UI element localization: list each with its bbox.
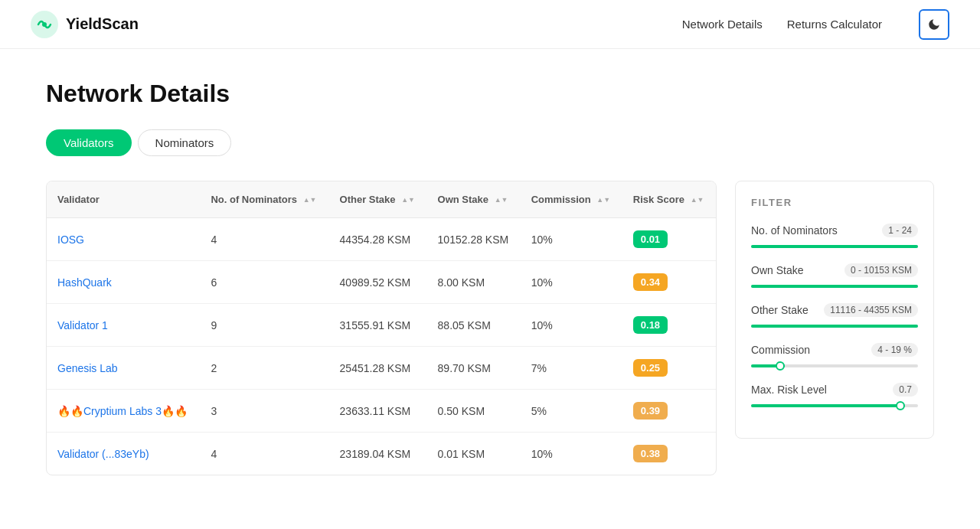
filter-own-stake-label: Own Stake	[751, 264, 803, 276]
cell-other-stake: 40989.52 KSM	[329, 261, 427, 304]
cell-commission: 10%	[521, 218, 622, 261]
risk-badge: 0.18	[633, 316, 668, 334]
table-row: 🔥🔥Cryptium Labs 3🔥🔥323633.11 KSM0.50 KSM…	[47, 390, 716, 433]
cell-nominators: 4	[200, 218, 328, 261]
cell-other-stake: 23633.11 KSM	[329, 390, 427, 433]
cell-commission: 10%	[521, 261, 622, 304]
filter-other-stake: Other Stake 11116 - 44355 KSM	[751, 303, 918, 328]
col-validator: Validator	[47, 181, 200, 218]
cell-nominators: 9	[200, 304, 328, 347]
cell-nominators: 4	[200, 433, 328, 475]
cell-risk-score: 0.38	[622, 433, 716, 475]
filter-other-stake-label: Other Stake	[751, 304, 808, 316]
filter-own-stake-track[interactable]	[751, 285, 918, 288]
filter-max-risk-label: Max. Risk Level	[751, 384, 827, 396]
filter-max-risk: Max. Risk Level 0.7	[751, 383, 918, 407]
filter-nominators-value: 1 - 24	[882, 224, 918, 237]
table-row: Validator (...83eYb)423189.04 KSM0.01 KS…	[47, 433, 716, 475]
sort-nominators-icon: ▲▼	[303, 197, 317, 204]
tab-validators[interactable]: Validators	[46, 129, 132, 156]
validator-name[interactable]: HashQuark	[57, 276, 112, 289]
filter-max-risk-handle[interactable]	[896, 401, 905, 410]
theme-toggle-button[interactable]	[919, 9, 949, 40]
filter-commission-handle[interactable]	[776, 361, 785, 371]
cell-own-stake: 0.50 KSM	[427, 390, 521, 433]
header: YieldScan Network Details Returns Calcul…	[0, 0, 980, 49]
filter-nominators-label: No. of Nominators	[751, 224, 838, 237]
cell-own-stake: 89.70 KSM	[427, 347, 521, 390]
table-row: Validator 1931555.91 KSM88.05 KSM10%0.18	[47, 304, 716, 347]
risk-badge: 0.38	[633, 445, 668, 462]
col-other-stake[interactable]: Other Stake ▲▼	[329, 181, 427, 218]
col-risk-score[interactable]: Risk Score ▲▼	[622, 181, 716, 218]
svg-point-1	[42, 22, 47, 27]
validators-table-container: Validator No. of Nominators ▲▼ Other Sta…	[46, 181, 717, 475]
sort-own-stake-icon: ▲▼	[495, 197, 508, 204]
validator-name[interactable]: Validator 1	[57, 319, 108, 331]
filter-other-stake-value: 11116 - 44355 KSM	[824, 303, 918, 317]
filter-other-stake-fill	[751, 325, 918, 328]
tabs-container: Validators Nominators	[46, 129, 934, 156]
cell-other-stake: 23189.04 KSM	[329, 433, 427, 475]
filter-title: FILTER	[751, 197, 918, 208]
validator-name[interactable]: Validator (...83eYb)	[57, 448, 149, 460]
filter-nominators: No. of Nominators 1 - 24	[751, 224, 918, 248]
filter-max-risk-track[interactable]	[751, 404, 918, 407]
logo-area: YieldScan	[31, 11, 682, 38]
table-row: HashQuark640989.52 KSM8.00 KSM10%0.34	[47, 261, 716, 304]
filter-commission-value: 4 - 19 %	[871, 343, 918, 357]
filter-own-stake-value: 0 - 10153 KSM	[844, 263, 918, 277]
page-title: Network Details	[46, 80, 934, 108]
cell-commission: 10%	[521, 433, 622, 475]
table-header-row: Validator No. of Nominators ▲▼ Other Sta…	[47, 181, 716, 218]
cell-nominators: 6	[200, 261, 328, 304]
cell-own-stake: 0.01 KSM	[427, 433, 521, 475]
cell-risk-score: 0.01	[622, 218, 716, 261]
cell-risk-score: 0.18	[622, 304, 716, 347]
cell-own-stake: 8.00 KSM	[427, 261, 521, 304]
nav-returns-calculator[interactable]: Returns Calculator	[787, 18, 882, 31]
col-commission[interactable]: Commission ▲▼	[521, 181, 622, 218]
col-num-nominators[interactable]: No. of Nominators ▲▼	[200, 181, 328, 218]
main-layout: Validator No. of Nominators ▲▼ Other Sta…	[46, 181, 934, 475]
filter-nominators-track[interactable]	[751, 245, 918, 248]
cell-other-stake: 44354.28 KSM	[329, 218, 427, 261]
page-content: Network Details Validators Nominators Va…	[0, 49, 980, 506]
tab-nominators[interactable]: Nominators	[138, 129, 232, 156]
risk-badge: 0.25	[633, 359, 668, 377]
validator-name[interactable]: 🔥🔥Cryptium Labs 3🔥🔥	[57, 405, 188, 417]
risk-badge: 0.34	[633, 273, 668, 291]
nav-network-details[interactable]: Network Details	[682, 18, 763, 31]
sort-risk-icon: ▲▼	[691, 197, 704, 204]
table-row: Genesis Lab225451.28 KSM89.70 KSM7%0.25	[47, 347, 716, 390]
cell-risk-score: 0.39	[622, 390, 716, 433]
cell-risk-score: 0.25	[622, 347, 716, 390]
cell-risk-score: 0.34	[622, 261, 716, 304]
sort-commission-icon: ▲▼	[596, 197, 610, 204]
validator-name[interactable]: Genesis Lab	[57, 362, 118, 374]
validators-table: Validator No. of Nominators ▲▼ Other Sta…	[47, 181, 716, 475]
logo-icon	[31, 11, 58, 38]
filter-own-stake: Own Stake 0 - 10153 KSM	[751, 263, 918, 288]
cell-own-stake: 88.05 KSM	[427, 304, 521, 347]
sort-other-stake-icon: ▲▼	[401, 197, 415, 204]
filter-commission: Commission 4 - 19 %	[751, 343, 918, 367]
cell-other-stake: 31555.91 KSM	[329, 304, 427, 347]
filter-panel: FILTER No. of Nominators 1 - 24 Own Stak…	[735, 181, 934, 439]
table-row: IOSG444354.28 KSM10152.28 KSM10%0.01	[47, 218, 716, 261]
cell-nominators: 3	[200, 390, 328, 433]
cell-commission: 5%	[521, 390, 622, 433]
validator-name[interactable]: IOSG	[57, 233, 84, 246]
filter-max-risk-fill	[751, 404, 901, 407]
cell-nominators: 2	[200, 347, 328, 390]
app-logo-text: YieldScan	[66, 15, 139, 33]
moon-icon	[927, 18, 941, 31]
filter-other-stake-track[interactable]	[751, 325, 918, 328]
filter-nominators-fill	[751, 245, 918, 248]
cell-commission: 10%	[521, 304, 622, 347]
filter-max-risk-value: 0.7	[893, 383, 918, 397]
filter-commission-track[interactable]	[751, 364, 918, 367]
col-own-stake[interactable]: Own Stake ▲▼	[427, 181, 521, 218]
cell-commission: 7%	[521, 347, 622, 390]
cell-other-stake: 25451.28 KSM	[329, 347, 427, 390]
